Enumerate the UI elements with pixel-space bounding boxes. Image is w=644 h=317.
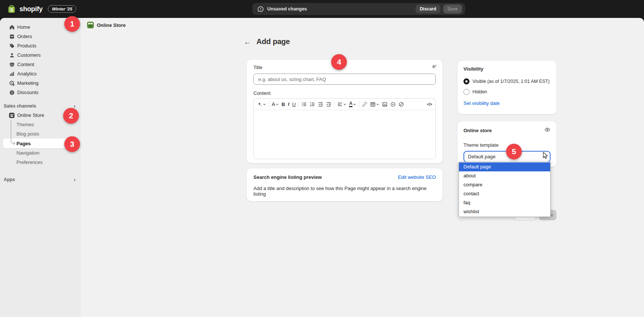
annotation-badge-1: 1 [64,16,80,32]
seo-card-title: Search engine listing preview [253,174,398,180]
clear-formatting-icon[interactable] [398,102,404,107]
bold-button[interactable]: B [281,102,285,107]
edit-website-seo-link[interactable]: Edit website SEO [398,174,436,180]
online-store-icon [9,112,15,118]
save-button-topbar[interactable]: Save [443,4,462,13]
image-icon[interactable] [382,102,388,107]
online-store-card: Online store Theme template Default page [457,121,557,167]
text-color-button[interactable]: A [349,101,356,107]
dropdown-option-contact[interactable]: contact [459,189,550,198]
customers-icon [9,52,15,58]
numbered-list-icon[interactable] [309,102,315,107]
hidden-radio-label: Hidden [472,89,487,94]
online-store-green-icon [87,21,94,29]
chevron-right-icon: › [74,103,76,109]
outdent-icon[interactable] [318,102,323,107]
chevron-down-icon [542,153,546,160]
back-arrow-icon[interactable]: ← [244,38,251,46]
apps-header[interactable]: Apps › [0,175,80,184]
video-icon[interactable] [390,102,396,107]
radio-selected-icon[interactable] [463,78,469,84]
top-bar: S shopify Winter '25 Unsaved changes Dis… [0,0,644,18]
sidebar-item-analytics[interactable]: Analytics [0,69,80,78]
content-icon [9,61,15,68]
hidden-radio-row[interactable]: Hidden [463,89,551,95]
sidebar-item-label: Customers [17,52,41,58]
dropdown-option-wishlist[interactable]: wishlist [459,207,550,216]
chevron-down-icon [275,103,279,106]
discard-button[interactable]: Discard [416,4,440,13]
sidebar-item-discounts[interactable]: Discounts [0,88,80,97]
breadcrumb[interactable]: Online Store [87,21,126,29]
dropdown-option-about[interactable]: about [459,171,550,180]
seo-preview-card: Search engine listing preview Edit websi… [247,168,443,201]
text-style-button[interactable]: A [272,101,279,107]
chevron-down-icon [343,103,346,106]
breadcrumb-label: Online Store [97,22,126,28]
sidebar-item-label: Products [17,43,36,49]
orders-icon [9,33,15,40]
sidebar-item-products[interactable]: Products [0,41,80,50]
sidebar-item-label: Marketing [17,80,38,86]
title-input[interactable] [253,74,436,85]
products-icon [9,43,15,49]
sidebar-item-label: Online Store [17,112,44,118]
sidebar-item-label: Home [17,24,30,30]
sidebar-item-preferences[interactable]: Preferences [0,158,80,167]
alignment-icon[interactable] [337,102,346,107]
shopify-wordmark: shopify [19,5,43,13]
dropdown-option-default-page[interactable]: Default page [459,162,550,171]
home-icon [9,24,15,30]
page-title: Add page [256,37,290,46]
magic-sparkle-icon[interactable] [257,102,266,107]
visibility-card: Visibility Visible (as of 1/7/2025, 1:01… [457,61,557,114]
link-icon[interactable] [362,102,367,107]
sidebar-item-label: Content [17,62,34,67]
sidebar-item-label: Discounts [17,90,38,95]
nav-tree-connector [10,120,16,148]
visible-radio-row[interactable]: Visible (as of 1/7/2025, 1:01 AM EST) [463,78,551,84]
version-badge: Winter '25 [48,5,76,13]
alert-icon [258,6,264,12]
set-visibility-date-link[interactable]: Set visibility date [463,100,500,106]
sidebar-item-content[interactable]: Content [0,60,80,69]
radio-unselected-icon[interactable] [463,89,469,95]
editor-content-area[interactable] [254,110,435,159]
analytics-icon [9,71,15,77]
page-form-card: Title Content A B I U [247,60,443,163]
annotation-badge-3: 3 [64,136,80,152]
editor-toolbar: A B I U A [254,99,435,110]
code-view-button[interactable]: </> [427,102,432,106]
annotation-badge-4: 4 [331,54,347,70]
rich-text-editor: A B I U A [253,98,436,159]
discounts-icon [9,89,15,96]
online-store-card-title: Online store [463,128,544,133]
sidebar-item-label: Orders [17,34,32,39]
sidebar-item-customers[interactable]: Customers [0,50,80,60]
sidebar-item-label: Analytics [17,71,37,77]
magic-sparkle-icon[interactable] [431,64,437,71]
italic-button[interactable]: I [288,101,290,107]
indent-icon[interactable] [326,102,332,107]
bulleted-list-icon[interactable] [301,102,307,107]
theme-template-dropdown: Default page about compare contact faq w… [459,162,551,217]
visibility-card-title: Visibility [463,66,551,72]
theme-template-selected-value: Default page [468,154,542,159]
underline-button[interactable]: U [292,102,296,107]
shopify-logo[interactable]: S shopify Winter '25 [7,4,76,14]
shopify-bag-icon: S [7,4,16,14]
chevron-down-icon [263,103,266,106]
visible-radio-label: Visible (as of 1/7/2025, 1:01 AM EST) [472,79,549,84]
table-icon[interactable] [370,102,379,107]
chevron-down-icon [353,103,356,106]
dropdown-option-compare[interactable]: compare [459,180,550,189]
sidebar-item-orders[interactable]: Orders [0,32,80,41]
chevron-right-icon: › [74,177,76,182]
svg-text:S: S [10,7,13,13]
unsaved-changes-label: Unsaved changes [267,6,307,12]
sidebar-item-marketing[interactable]: Marketing [0,78,80,88]
content-field-label: Content [253,90,436,96]
dropdown-option-faq[interactable]: faq [459,198,550,207]
eye-icon[interactable] [544,127,551,134]
chevron-down-icon [376,103,379,106]
